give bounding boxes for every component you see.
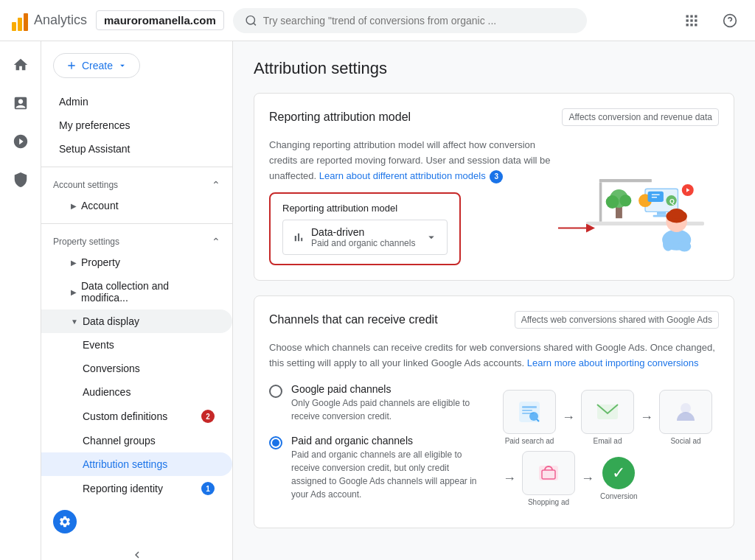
arrow-3: → xyxy=(503,471,516,486)
data-display-label: Data display xyxy=(83,315,139,327)
attr-model-dropdown[interactable]: Data-driven Paid and organic channels xyxy=(282,220,448,255)
explore-nav-button[interactable] xyxy=(3,124,38,159)
sidebar-item-attribution-settings[interactable]: Attribution settings xyxy=(41,452,232,476)
advertising-nav-button[interactable] xyxy=(3,162,38,197)
svg-rect-33 xyxy=(648,191,664,201)
sidebar-item-data-display[interactable]: ▼ Data display xyxy=(41,309,232,333)
sidebar-item-preferences[interactable]: My preferences xyxy=(41,113,232,137)
sidebar-item-admin[interactable]: Admin xyxy=(41,90,232,113)
shopping-label: Shopping ad xyxy=(528,498,569,506)
topbar: Analytics mauroromanella.com xyxy=(0,0,755,41)
radio-organic-content: Paid and organic channels Paid and organ… xyxy=(291,435,485,501)
svg-rect-10 xyxy=(695,24,697,26)
sidebar: Create Admin My preferences Setup Assist… xyxy=(41,41,233,560)
svg-point-27 xyxy=(669,209,684,219)
email-box xyxy=(581,390,634,434)
reports-nav-button[interactable] xyxy=(3,85,38,121)
attr-model-chevron-icon xyxy=(425,231,438,244)
sidebar-item-audiences[interactable]: Audiences xyxy=(41,380,232,404)
svg-rect-2 xyxy=(686,15,689,17)
conversion-check: ✓ xyxy=(602,457,635,489)
arrow-4: → xyxy=(581,471,594,486)
shopping-box xyxy=(522,451,575,495)
property-chevron-icon[interactable]: ⌃ xyxy=(212,236,220,248)
reporting-model-card-header: Reporting attribution model Affects conv… xyxy=(269,108,719,126)
flow-social: Social ad xyxy=(659,390,712,445)
svg-point-45 xyxy=(681,403,691,413)
data-collection-expand-icon: ▶ xyxy=(71,288,77,296)
radio-paid-desc: Only Google Ads paid channels are eligib… xyxy=(291,396,485,423)
property-settings-label: Property settings xyxy=(53,237,119,247)
search-input[interactable] xyxy=(263,15,575,27)
collapse-button[interactable] xyxy=(41,542,232,560)
flow-shopping: Shopping ad xyxy=(522,451,575,506)
page-title: Attribution settings xyxy=(254,59,734,78)
svg-rect-7 xyxy=(695,19,697,21)
home-nav-button[interactable] xyxy=(3,47,38,83)
svg-rect-22 xyxy=(657,211,666,214)
help-button[interactable] xyxy=(717,7,743,34)
svg-rect-6 xyxy=(690,19,692,21)
account-label: Account xyxy=(81,200,119,211)
sidebar-item-custom-definitions[interactable]: Custom definitions 2 xyxy=(41,404,232,429)
reporting-model-body: Changing reporting attribution model wil… xyxy=(269,138,719,265)
conversions-label: Conversions xyxy=(83,363,140,374)
svg-rect-40 xyxy=(522,410,532,411)
data-display-expand-icon: ▼ xyxy=(71,318,78,326)
sidebar-item-conversions[interactable]: Conversions xyxy=(41,357,232,380)
admin-label: Admin xyxy=(59,96,88,108)
domain-label[interactable]: mauroromanella.com xyxy=(96,10,224,30)
logo-icon xyxy=(12,10,28,31)
channels-description: Choose which channels can receive credit… xyxy=(269,340,719,371)
sidebar-item-channel-groups[interactable]: Channel groups xyxy=(41,429,232,452)
reporting-model-title: Reporting attribution model xyxy=(269,111,411,124)
radio-organic-button[interactable] xyxy=(269,436,282,449)
svg-point-28 xyxy=(678,241,691,251)
sidebar-item-events[interactable]: Events xyxy=(41,333,232,357)
main-layout: Create Admin My preferences Setup Assist… xyxy=(0,41,755,560)
flow-conversion: ✓ Conversion xyxy=(600,457,638,500)
radio-paid-button[interactable] xyxy=(269,385,282,398)
account-settings-section: Account settings ⌃ xyxy=(41,173,232,194)
svg-rect-39 xyxy=(522,406,537,408)
paid-search-box xyxy=(503,390,556,434)
property-expand-icon: ▶ xyxy=(71,259,77,267)
flow-email: Email ad xyxy=(581,390,634,445)
social-box xyxy=(659,390,712,434)
gear-button[interactable] xyxy=(53,510,77,533)
radio-option-paid: Google paid channels Only Google Ads pai… xyxy=(269,383,485,423)
sidebar-item-reporting-identity[interactable]: Reporting identity 1 xyxy=(41,476,232,501)
radio-paid-label: Google paid channels xyxy=(291,383,485,395)
channel-groups-label: Channel groups xyxy=(83,435,156,447)
property-settings-section: Property settings ⌃ xyxy=(41,230,232,251)
sidebar-item-account[interactable]: ▶ Account xyxy=(41,194,232,217)
svg-rect-16 xyxy=(599,179,652,182)
channel-flow-diagram: Paid search ad → Email ad → xyxy=(503,383,719,513)
attribution-settings-label: Attribution settings xyxy=(83,458,167,470)
account-settings-label: Account settings xyxy=(53,180,118,190)
attr-model-selector-wrapper: Reporting attribution model Data-driven … xyxy=(269,192,557,265)
import-conversions-link[interactable]: Learn more about importing conversions xyxy=(527,357,699,368)
sidebar-item-setup[interactable]: Setup Assistant xyxy=(41,137,232,161)
search-bar[interactable] xyxy=(233,8,587,33)
svg-rect-3 xyxy=(690,15,692,17)
channels-card-header: Channels that can receive credit Affects… xyxy=(269,311,719,329)
attribution-models-link[interactable]: Learn about different attribution models xyxy=(319,170,486,181)
reporting-model-illustration: Q xyxy=(571,138,719,265)
svg-point-20 xyxy=(619,195,631,206)
apps-button[interactable] xyxy=(678,7,705,34)
channel-flow: Paid search ad → Email ad → xyxy=(503,390,719,506)
sidebar-item-property[interactable]: ▶ Property xyxy=(41,251,232,274)
sidebar-item-data-collection[interactable]: ▶ Data collection and modifica... xyxy=(41,274,232,309)
svg-point-19 xyxy=(606,195,619,209)
svg-rect-15 xyxy=(599,182,602,221)
radio-option-organic: Paid and organic channels Paid and organ… xyxy=(269,435,485,501)
reporting-model-left: Changing reporting attribution model wil… xyxy=(269,138,557,265)
create-button[interactable]: Create xyxy=(53,53,140,78)
events-label: Events xyxy=(83,339,114,351)
red-arrow-annotation xyxy=(558,220,595,237)
account-chevron-icon[interactable]: ⌃ xyxy=(212,179,220,191)
custom-definitions-label: Custom definitions xyxy=(83,410,167,422)
audiences-label: Audiences xyxy=(83,386,131,398)
reporting-model-badge: Affects conversion and revenue data xyxy=(562,108,719,126)
